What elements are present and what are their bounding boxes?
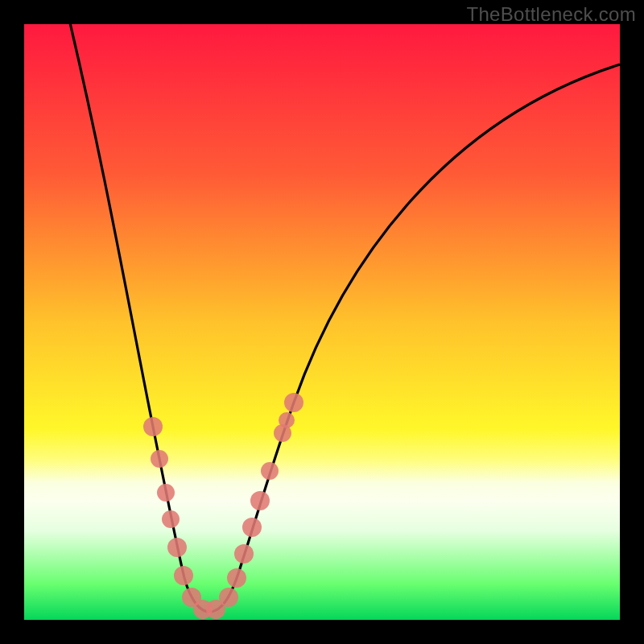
data-bead [279,412,295,428]
data-bead [242,518,262,537]
data-bead [157,484,175,502]
data-bead [143,417,163,436]
data-bead [261,462,279,480]
data-bead [167,538,187,557]
data-bead [162,510,180,528]
data-bead [227,568,246,588]
curve-path [68,24,620,612]
data-bead [284,393,303,412]
watermark-text: TheBottleneck.com [466,3,636,26]
data-bead [250,491,270,510]
bottleneck-curve [24,24,620,620]
data-bead [234,544,254,564]
chart-container: TheBottleneck.com [0,0,644,644]
data-bead [219,588,238,607]
data-bead [174,566,193,585]
data-bead [151,450,168,468]
plot-area [24,24,620,620]
